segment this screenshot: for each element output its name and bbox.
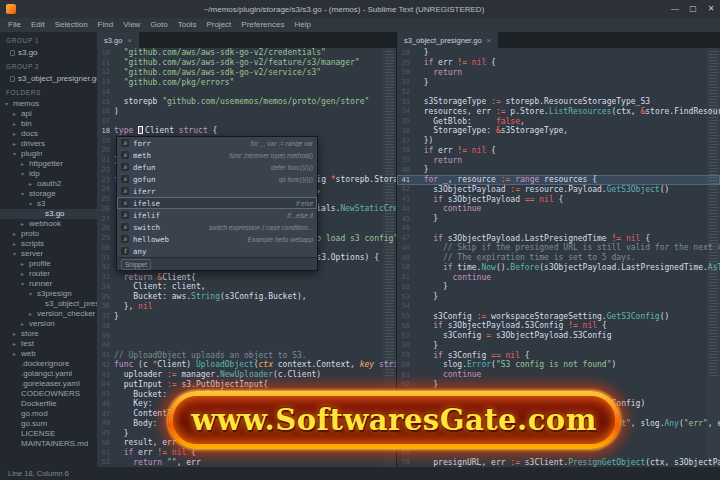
tree-folder-item[interactable]: ▸test: [0, 339, 97, 349]
code-line[interactable]: 44 putInput := s3.PutObjectInput{: [97, 380, 396, 390]
code-line[interactable]: 56 if s3ObjectPayload.S3Config != nil {: [397, 321, 720, 331]
code-line[interactable]: 31 }: [397, 77, 720, 87]
code-line[interactable]: 51 if err != nil {: [97, 448, 396, 458]
open-file-item[interactable]: s3.go: [0, 47, 97, 58]
code-line[interactable]: 60 slog.Error("S3 config is not found"): [397, 360, 720, 370]
tree-folder-item[interactable]: ▸bin: [0, 119, 97, 129]
code-line[interactable]: 10 "github.com/aws/aws-sdk-go-v2/credent…: [97, 48, 396, 58]
tree-folder-item[interactable]: ▸store: [0, 329, 97, 339]
tab-s3-go[interactable]: s3.go ×: [97, 32, 139, 48]
code-line[interactable]: 46: [397, 224, 720, 234]
autocomplete-item[interactable]: sforrfor _, var := range var: [117, 137, 317, 149]
tree-folder-item[interactable]: ▸scripts: [0, 239, 97, 249]
autocomplete-item[interactable]: sifelifif...else if: [117, 209, 317, 221]
code-line[interactable]: 33 return &Client{: [97, 272, 396, 282]
code-line[interactable]: 50 if time.Now().Before(s3ObjectPayload.…: [397, 263, 720, 273]
tree-folder-item[interactable]: ▸profile: [0, 259, 97, 269]
tree-folder-item[interactable]: ▾runner: [0, 279, 97, 289]
code-line[interactable]: 34 resources, err := p.Store.ListResourc…: [397, 107, 720, 117]
code-line[interactable]: 51 continue: [397, 272, 720, 282]
code-line[interactable]: 16): [97, 107, 396, 117]
code-line[interactable]: 37}: [97, 311, 396, 321]
code-line[interactable]: 41 for _, resource := range resources {: [397, 175, 720, 185]
autocomplete-item[interactable]: smethfunc (receiver type) method(): [117, 149, 317, 161]
code-line[interactable]: 38: [97, 321, 396, 331]
menu-goto[interactable]: Goto: [145, 18, 172, 32]
tree-folder-item[interactable]: ▸web: [0, 349, 97, 359]
code-line[interactable]: 35 GetBlob: false,: [397, 116, 720, 126]
menu-project[interactable]: Project: [201, 18, 236, 32]
code-line[interactable]: 38 if err != nil {: [397, 146, 720, 156]
tree-folder-item[interactable]: ▸proto: [0, 229, 97, 239]
tree-folder-item[interactable]: ▸api: [0, 109, 97, 119]
menu-tools[interactable]: Tools: [173, 18, 202, 32]
code-line[interactable]: 35 Bucket: aws.String(s3Config.Bucket),: [97, 292, 396, 302]
autocomplete-item[interactable]: siferr: [117, 185, 317, 197]
tree-file-item[interactable]: .goreleaser.yaml: [0, 379, 97, 389]
tree-file-item[interactable]: .dockerignore: [0, 359, 97, 369]
menu-edit[interactable]: Edit: [26, 18, 50, 32]
tree-folder-item[interactable]: ▾server: [0, 249, 97, 259]
code-line[interactable]: 39 return: [397, 155, 720, 165]
menu-preferences[interactable]: Preferences: [236, 18, 289, 32]
tree-file-item[interactable]: MAINTAINERS.md: [0, 439, 97, 449]
code-line[interactable]: 57 s3Config = s3ObjectPayload.S3Config: [397, 331, 720, 341]
code-line[interactable]: 11 "github.com/aws/aws-sdk-go-v2/feature…: [97, 58, 396, 68]
code-line[interactable]: 47 if s3ObjectPayload.LastPresignedTime …: [397, 233, 720, 243]
tab-close-icon[interactable]: ×: [127, 36, 132, 45]
tree-folder-item[interactable]: ▾s3presign: [0, 289, 97, 299]
tab-s3-object-presigner-go[interactable]: s3_object_presigner.go ×: [397, 32, 498, 48]
autocomplete-item[interactable]: sdefundefer func(){}(): [117, 161, 317, 173]
code-line[interactable]: 44 continue: [397, 204, 720, 214]
code-line[interactable]: 30 return: [397, 68, 720, 78]
code-line[interactable]: 36 StorageType: &s3StorageType,: [397, 126, 720, 136]
code-line[interactable]: 62 }: [397, 380, 720, 390]
code-line[interactable]: 17: [97, 116, 396, 126]
tree-folder-item[interactable]: ▸oauth2: [0, 179, 97, 189]
tree-folder-item[interactable]: ▸router: [0, 269, 97, 279]
code-line[interactable]: 49 // The expiration time is set to 5 da…: [397, 253, 720, 263]
tree-file-item[interactable]: s3.go: [0, 209, 97, 219]
tree-file-item[interactable]: LICENSE: [0, 429, 97, 439]
close-button[interactable]: ✕: [702, 0, 720, 18]
autocomplete-item[interactable]: sifelseif else: [117, 197, 317, 209]
open-file-item[interactable]: s3_object_presigner.go: [0, 73, 97, 84]
code-line[interactable]: 54: [397, 302, 720, 312]
menu-help[interactable]: Help: [289, 18, 315, 32]
tree-folder-item[interactable]: ▸docs: [0, 129, 97, 139]
autocomplete-item[interactable]: shellowebExample hello webapp: [117, 233, 317, 245]
minimize-button[interactable]: —: [666, 0, 684, 18]
code-line[interactable]: 32: [397, 87, 720, 97]
tree-folder-item[interactable]: ▸httpgetter: [0, 159, 97, 169]
tree-file-item[interactable]: s3_object_presigner.go: [0, 299, 97, 309]
code-line[interactable]: 37 }): [397, 136, 720, 146]
code-line[interactable]: 53 }: [397, 292, 720, 302]
tree-file-item[interactable]: CODEOWNERS: [0, 389, 97, 399]
tree-folder-item[interactable]: ▾s3: [0, 199, 97, 209]
tree-folder-item[interactable]: ▸webhook: [0, 219, 97, 229]
code-line[interactable]: 42 s3ObjectPayload := resource.Payload.G…: [397, 185, 720, 195]
tree-folder-item[interactable]: ▾storage: [0, 189, 97, 199]
tree-folder-item[interactable]: ▾memos: [0, 99, 97, 109]
code-line[interactable]: 45 }: [397, 214, 720, 224]
code-line[interactable]: 41// UploadObject uploads an object to S…: [97, 350, 396, 360]
code-line[interactable]: 52 }: [397, 282, 720, 292]
tree-folder-item[interactable]: ▸version_checker: [0, 309, 97, 319]
tree-folder-item[interactable]: ▾idp: [0, 169, 97, 179]
code-line[interactable]: 40 }: [397, 165, 720, 175]
menu-view[interactable]: View: [118, 18, 145, 32]
maximize-button[interactable]: ▢: [684, 0, 702, 18]
autocomplete-item[interactable]: tany: [117, 245, 317, 257]
code-line[interactable]: 59 if s3Config == nil {: [397, 350, 720, 360]
autocomplete-item[interactable]: sgofungo func(){}(): [117, 173, 317, 185]
tree-file-item[interactable]: Dockerfile: [0, 399, 97, 409]
menu-find[interactable]: Find: [93, 18, 119, 32]
menu-selection[interactable]: Selection: [50, 18, 93, 32]
code-line[interactable]: 13 "github.com/pkg/errors": [97, 77, 396, 87]
titlebar[interactable]: ~/memos/plugin/storage/s3/s3.go - (memos…: [0, 0, 720, 18]
code-line[interactable]: 33 s3StorageType := storepb.ResourceStor…: [397, 97, 720, 107]
tree-file-item[interactable]: .golangci.yaml: [0, 369, 97, 379]
code-line[interactable]: 52 return "", err: [97, 458, 396, 468]
code-line[interactable]: 55 s3Config := workspaceStorageSetting.G…: [397, 311, 720, 321]
tree-folder-item[interactable]: ▾plugin: [0, 149, 97, 159]
